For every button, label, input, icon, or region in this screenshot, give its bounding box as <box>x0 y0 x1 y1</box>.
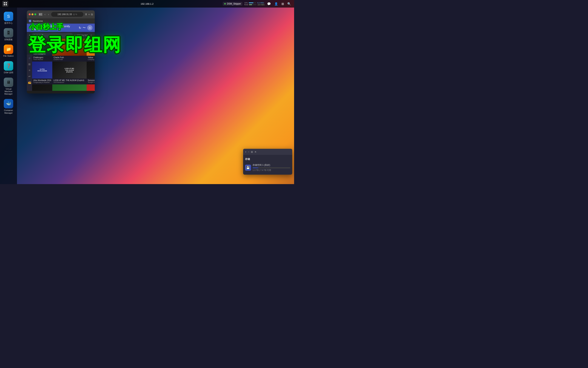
list-item[interactable]: REYNARD SILVA Reynard Silva Reynard Silv… <box>32 84 52 91</box>
package-center-icon: S <box>4 12 13 21</box>
svg-rect-0 <box>4 2 5 3</box>
address-text: 192.168.31.33 <box>57 13 72 16</box>
vm-manager-icon: 🖥 <box>4 78 13 87</box>
browser-nav: ‹ › <box>38 12 50 16</box>
tab-favicon: N <box>29 20 31 22</box>
browser-actions: ⬆ + ⧉ <box>85 13 93 16</box>
storage-pin-icon[interactable]: ⊞ <box>251 150 253 153</box>
package-center-label: 套件中心 <box>4 22 13 24</box>
address-bar[interactable]: 192.168.31.33 ⊡ ↻ <box>51 12 83 17</box>
svg-rect-2 <box>4 4 5 5</box>
forward-button[interactable]: › <box>47 12 50 16</box>
shuffle-icon[interactable]: ⇌ <box>28 74 31 78</box>
person-icon[interactable]: 👤 <box>273 2 279 6</box>
storage-pool-info: 存储空间 1 (良好) 1.3 TB | 7.4 TB 可用 <box>253 164 290 172</box>
menu-bar: 192.168.1.2 DSM_Skipper CPU 8.2 MB/s RAM… <box>0 0 294 8</box>
svg-rect-5 <box>41 13 42 14</box>
apps-icon[interactable]: ⊞ <box>281 2 285 6</box>
sidebar-item-vm-manager[interactable]: 🖥 Virtual Machine Manager <box>1 76 16 96</box>
vm-manager-label: Virtual Machine Manager <box>2 88 15 95</box>
svg-rect-1 <box>6 2 7 3</box>
storage-bar-fill <box>253 167 258 168</box>
sidebar-item-file-station[interactable]: 📁 File Station <box>1 43 16 58</box>
container-manager-icon: 🐳 <box>4 99 13 108</box>
sidebar: S 套件中心 🎛 控制面板 📁 File Station ❓ DSM 说明 🖥 … <box>0 8 17 184</box>
list-item[interactable]: NOWTHAT'S WHAT I CALL MUSIC!56 NOW That'… <box>87 84 95 91</box>
sidebar-item-control-panel[interactable]: 🎛 控制面板 <box>1 27 16 42</box>
share-icon[interactable]: ⬆ <box>85 13 87 16</box>
overlay-small-text: 小白秒上手 <box>29 22 63 32</box>
nav-actions: ↻ 〜 A <box>79 25 92 30</box>
nav-left-panel: ☆ ⊞ ≡ ⇌ 📻 <box>27 55 32 91</box>
app-grid-button[interactable] <box>2 1 8 7</box>
browser-chrome: ‹ › 192.168.31.33 ⊡ ↻ ⬆ + ⧉ <box>27 10 95 18</box>
add-queue-icon[interactable]: ⊞ <box>28 62 31 66</box>
close-button[interactable] <box>29 13 31 15</box>
storage-bar <box>253 167 290 168</box>
tabs-icon[interactable]: ⧉ <box>91 13 93 16</box>
minimize-button[interactable] <box>32 13 33 15</box>
list-item[interactable]: greysonCHANCEspecial asia edition Hold O… <box>52 84 86 91</box>
wave-icon[interactable]: 〜 <box>83 26 86 30</box>
storage-title: 存储 <box>245 157 290 162</box>
address-icons: ⊡ ↻ <box>73 13 77 16</box>
storage-sizes: 1.3 TB | 7.4 TB 可用 <box>253 169 290 172</box>
sidebar-item-package-center[interactable]: S 套件中心 <box>1 10 16 26</box>
storage-header-actions: + − ⊞ ✕ <box>245 150 256 153</box>
file-station-label: File Station <box>3 55 14 57</box>
svg-rect-7 <box>41 15 42 15</box>
search-icon[interactable]: 🔍 <box>287 2 292 6</box>
sidebar-item-dsm-help[interactable]: ❓ DSM 说明 <box>1 60 16 75</box>
back-button[interactable]: ‹ <box>44 12 46 16</box>
reload-icon[interactable]: ↻ <box>75 13 77 16</box>
menu-bar-address: 192.168.1.2 <box>141 2 154 5</box>
container-manager-label: Container Manager <box>2 109 15 114</box>
storage-minimize-icon[interactable]: − <box>248 150 250 153</box>
storage-pool: 💾 存储空间 1 (良好) 1.3 TB | 7.4 TB 可用 <box>245 162 290 173</box>
dsm-help-icon: ❓ <box>4 61 13 71</box>
sidebar-item-container-manager[interactable]: 🐳 Container Manager <box>1 98 16 115</box>
svg-rect-6 <box>41 14 42 15</box>
tab-title: Navidrome <box>33 20 43 22</box>
dsm-skipper-badge: DSM_Skipper <box>223 2 242 6</box>
storage-close-icon[interactable]: ✕ <box>254 150 256 153</box>
file-station-icon: 📁 <box>4 45 13 54</box>
refresh-icon[interactable]: ↻ <box>79 26 81 30</box>
list-item[interactable]: TONIGHT I'M ADELE Someone Like You Tonig… <box>87 62 95 84</box>
user-avatar[interactable]: A <box>87 25 92 30</box>
chat-icon[interactable]: 💬 <box>266 2 272 6</box>
storage-widget: + − ⊞ ✕ 存储 💾 存储空间 1 (良好) 1.3 TB | 7.4 TB… <box>243 149 292 175</box>
storage-add-icon[interactable]: + <box>245 150 246 153</box>
traffic-lights <box>29 13 36 15</box>
list-item[interactable]: LOOK AT ME:THE ALBUM(Explicit) LOOK AT M… <box>52 62 86 84</box>
storage-pool-name: 存储空间 1 (良好) <box>253 164 290 167</box>
cpu-ram-stats: CPU 8.2 MB/s RAM 223 KB/s <box>244 2 264 6</box>
menu-bar-left <box>2 1 8 7</box>
maximize-button[interactable] <box>34 13 36 15</box>
menu-bar-right: DSM_Skipper CPU 8.2 MB/s RAM 223 KB/s 💬 … <box>223 2 292 6</box>
dsm-skipper-label: DSM_Skipper <box>227 2 241 5</box>
control-panel-label: 控制面板 <box>4 38 13 41</box>
svg-rect-3 <box>6 4 7 5</box>
storage-body: 存储 💾 存储空间 1 (良好) 1.3 TB | 7.4 TB 可用 <box>243 155 292 175</box>
dsm-help-label: DSM 说明 <box>4 71 13 74</box>
cast-icon: ⊡ <box>73 13 75 16</box>
sidebar-toggle[interactable] <box>38 13 43 16</box>
new-tab-icon[interactable]: + <box>88 13 90 16</box>
status-dot <box>224 3 226 5</box>
overlay-large-text: 登录即组网 <box>28 33 121 57</box>
radio-icon[interactable]: 📻 <box>27 80 32 84</box>
svg-rect-4 <box>39 13 40 15</box>
playlist-icon[interactable]: ≡ <box>28 68 31 72</box>
storage-header: + − ⊞ ✕ <box>243 149 292 155</box>
storage-pool-icon: 💾 <box>245 165 251 171</box>
list-item[interactable]: ULTRAWORLDWIDE Ultra Worldwide 2016 Tung… <box>32 62 52 84</box>
control-panel-icon: 🎛 <box>4 28 13 37</box>
